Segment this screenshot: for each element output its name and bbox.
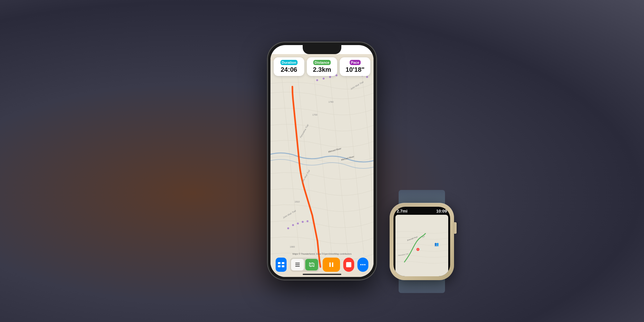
pace-card: Pace 10'18": [340, 57, 370, 76]
app-scene: Merced River Merced River John Muir Trai…: [209, 23, 435, 299]
svg-rect-35: [332, 262, 333, 267]
pace-value: 10'18": [342, 66, 368, 73]
svg-point-11: [292, 224, 294, 226]
svg-point-14: [307, 220, 308, 222]
distance-label: Distance: [313, 60, 331, 65]
duration-card: Duration 24:06: [274, 57, 304, 76]
svg-rect-26: [282, 262, 284, 264]
more-button[interactable]: [357, 258, 368, 272]
svg-rect-28: [282, 265, 284, 267]
watch-display: 2.7mi 10:09: [393, 207, 450, 276]
iphone-notch: [303, 45, 341, 54]
watch-screen: 2.7mi 10:09: [393, 207, 450, 276]
watch-time: 10:09: [436, 209, 447, 213]
svg-rect-31: [295, 266, 300, 267]
svg-text:1910: 1910: [295, 201, 300, 203]
distance-value: 2.3km: [309, 66, 335, 73]
duration-label: Duration: [280, 60, 298, 65]
distance-card: Distance 2.3km: [307, 57, 337, 76]
svg-point-3: [329, 76, 331, 78]
svg-point-38: [364, 264, 365, 265]
app-icon: [276, 258, 287, 272]
svg-rect-39: [395, 226, 448, 265]
svg-rect-25: [278, 262, 280, 264]
watch-body: 2.7mi 10:09: [390, 203, 454, 280]
svg-point-2: [323, 78, 325, 80]
map-view-button[interactable]: [305, 259, 318, 270]
watch-map-area: Emerald Pool Panorama Trail Trail 👥: [395, 215, 448, 276]
stats-bar: Duration 24:06 Distance 2.3km Pace 10'18…: [274, 57, 370, 76]
svg-text:1700: 1700: [312, 114, 317, 116]
list-view-button[interactable]: [291, 259, 304, 270]
svg-rect-29: [295, 263, 300, 263]
map-area[interactable]: Merced River Merced River John Muir Trai…: [270, 54, 374, 277]
svg-text:1780: 1780: [328, 101, 334, 103]
svg-point-12: [297, 223, 299, 224]
watch-crown: [453, 222, 457, 234]
iphone-device: Merced River Merced River John Muir Trai…: [267, 42, 377, 280]
svg-point-36: [360, 264, 362, 265]
svg-rect-30: [295, 264, 300, 265]
watch-distance: 2.7mi: [397, 209, 407, 213]
pause-button[interactable]: [323, 258, 340, 272]
stop-button[interactable]: [343, 258, 354, 272]
home-indicator: [303, 274, 341, 275]
view-toggle-group: [290, 258, 319, 272]
svg-point-44: [417, 249, 419, 251]
svg-point-37: [362, 264, 364, 265]
svg-point-13: [302, 221, 304, 223]
svg-point-1: [316, 79, 318, 81]
svg-rect-27: [278, 265, 280, 267]
svg-point-9: [366, 76, 368, 78]
map-attribution: Maps © Thunderforest, Data ©OpenStreetMa…: [270, 253, 374, 255]
apple-watch: 2.7mi 10:09: [390, 203, 454, 280]
toolbar: [270, 258, 374, 272]
pace-label: Pace: [350, 60, 361, 65]
watch-header: 2.7mi 10:09: [393, 207, 450, 215]
svg-text:👥: 👥: [434, 242, 439, 247]
svg-point-10: [287, 227, 289, 229]
svg-rect-34: [329, 262, 331, 267]
duration-value: 24:06: [276, 66, 302, 73]
svg-text:1900: 1900: [290, 246, 295, 248]
svg-rect-0: [270, 61, 374, 270]
